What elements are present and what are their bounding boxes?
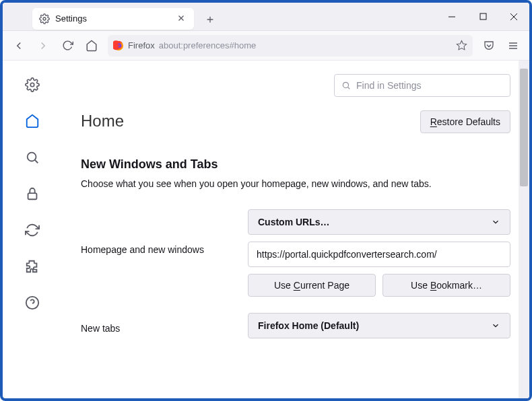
url-address: about:preferences#home (159, 40, 257, 50)
use-current-page-button[interactable]: Use Current Page (248, 274, 376, 297)
svg-rect-7 (28, 193, 37, 199)
svg-point-6 (28, 153, 36, 161)
url-brand-label: Firefox (128, 40, 155, 50)
chevron-down-icon (491, 217, 500, 227)
section-description: Choose what you see when you open your h… (81, 178, 510, 189)
search-placeholder: Find in Settings (356, 80, 422, 91)
newtabs-row: New tabs Firefox Home (Default) (81, 313, 510, 338)
bookmark-star-icon[interactable] (456, 40, 467, 51)
sidebar-search-icon[interactable] (24, 149, 40, 166)
minimize-button[interactable] (436, 3, 467, 31)
vertical-scrollbar[interactable] (519, 61, 529, 398)
homepage-mode-value: Custom URLs… (258, 217, 330, 227)
homepage-row: Homepage and new windows Custom URLs… Us… (81, 209, 510, 297)
firefox-logo-icon (113, 40, 124, 51)
settings-sidebar (3, 61, 62, 398)
newtabs-label: New tabs (81, 318, 248, 334)
close-window-button[interactable] (498, 3, 529, 31)
section-heading: New Windows and Tabs (81, 157, 510, 172)
newtabs-mode-select[interactable]: Firefox Home (Default) (248, 313, 510, 338)
new-tab-button[interactable] (201, 10, 220, 29)
sidebar-help-icon[interactable] (24, 295, 40, 311)
svg-marker-4 (457, 40, 466, 49)
use-bookmark-button[interactable]: Use Bookmark… (383, 274, 510, 297)
gear-icon (39, 13, 50, 24)
maximize-button[interactable] (467, 3, 498, 31)
browser-tab[interactable]: Settings (32, 8, 194, 30)
svg-rect-1 (480, 13, 486, 20)
homepage-mode-select[interactable]: Custom URLs… (248, 209, 510, 235)
svg-point-5 (30, 83, 34, 87)
search-icon (341, 81, 351, 90)
settings-search-input[interactable]: Find in Settings (334, 74, 510, 97)
close-tab-icon[interactable] (176, 13, 187, 24)
browser-toolbar: Firefox about:preferences#home (3, 31, 529, 61)
chevron-down-icon (491, 321, 500, 330)
svg-point-10 (343, 82, 348, 87)
window-controls (436, 3, 529, 31)
pocket-button[interactable] (478, 35, 500, 57)
homepage-label: Homepage and new windows (81, 209, 248, 255)
homepage-url-input[interactable] (248, 242, 510, 267)
reload-button[interactable] (57, 35, 78, 57)
sidebar-privacy-icon[interactable] (24, 186, 40, 202)
content-area: Find in Settings Home Restore Defaults N… (3, 61, 529, 398)
menu-button[interactable] (502, 35, 524, 57)
sidebar-sync-icon[interactable] (24, 222, 40, 238)
url-bar[interactable]: Firefox about:preferences#home (108, 35, 473, 57)
tab-title: Settings (55, 13, 176, 24)
newtabs-mode-value: Firefox Home (Default) (258, 320, 359, 331)
forward-button[interactable] (32, 35, 54, 57)
window-titlebar: Settings (3, 3, 529, 31)
settings-main: Find in Settings Home Restore Defaults N… (62, 61, 529, 398)
svg-point-0 (43, 17, 46, 20)
sidebar-general-icon[interactable] (24, 77, 40, 93)
home-button[interactable] (81, 35, 102, 57)
restore-defaults-button[interactable]: Restore Defaults (420, 110, 510, 133)
sidebar-extensions-icon[interactable] (24, 258, 40, 275)
scrollbar-thumb[interactable] (520, 69, 528, 186)
back-button[interactable] (8, 35, 30, 57)
sidebar-home-icon[interactable] (24, 113, 40, 129)
